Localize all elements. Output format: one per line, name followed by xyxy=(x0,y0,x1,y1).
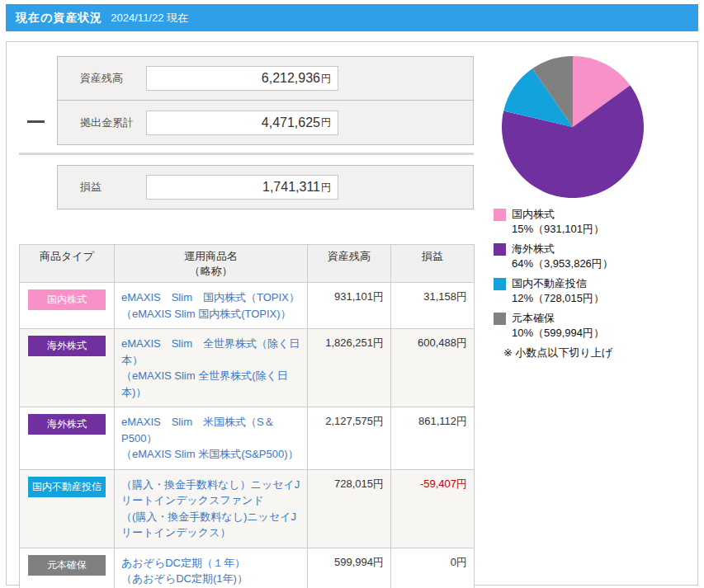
legend-swatch-domestic-equity xyxy=(494,209,506,221)
profit-loss-box: 損益 1,741,311 円 xyxy=(57,165,474,209)
legend-swatch-principal-protected xyxy=(494,313,506,325)
legend-item: 元本確保 10%（599,994円） xyxy=(494,311,692,341)
profit-loss-value: 600,488円 xyxy=(391,329,475,407)
balance-value: 599,994円 xyxy=(308,548,391,588)
product-type-badge: 海外株式 xyxy=(28,414,106,435)
page-title: 現在の資産状況 xyxy=(16,11,102,26)
fund-name-link[interactable]: eMAXIS Slim 国内株式（TOPIX） xyxy=(121,289,300,306)
header-product-name: 運用商品名 （略称） xyxy=(115,245,308,283)
balance-value: 1,826,251円 xyxy=(308,329,391,407)
table-row: 国内株式 eMAXIS Slim 国内株式（TOPIX） （eMAXIS Sli… xyxy=(20,283,475,329)
contribution-total-value: 4,471,625 xyxy=(262,115,320,130)
fund-name-link[interactable]: eMAXIS Slim 全世界株式（除く日本） xyxy=(121,336,300,368)
legend-percent: 10%（599,994円） xyxy=(512,326,692,341)
contribution-total-box: 拠出金累計 4,471,625 円 xyxy=(57,101,474,145)
pie-legend: 国内株式 15%（931,101円） 海外株式 64%（3,953,826円） … xyxy=(494,207,692,360)
legend-swatch-foreign-equity xyxy=(494,243,506,256)
table-row: 海外株式 eMAXIS Slim 全世界株式（除く日本） （eMAXIS Sli… xyxy=(20,329,475,407)
fund-name-link[interactable]: あおぞらDC定期（１年） xyxy=(121,555,300,572)
asset-balance-label: 資産残高 xyxy=(58,71,146,86)
contribution-total-label: 拠出金累計 xyxy=(58,115,146,130)
profit-loss-group: 損益 1,741,311 円 xyxy=(57,165,474,209)
legend-item: 国内不動産投信 12%（728,015円） xyxy=(494,276,692,306)
header-product-name-line1: 運用商品名 xyxy=(116,249,305,264)
allocation-pie-chart xyxy=(494,49,651,205)
profit-loss-value: 1,741,311 xyxy=(262,180,320,195)
fund-alias: （eMAXIS Slim 国内株式(TOPIX)） xyxy=(121,306,300,322)
product-type-badge: 国内株式 xyxy=(28,289,106,310)
header-product-name-line2: （略称） xyxy=(116,264,305,279)
profit-loss-value: 861,112円 xyxy=(391,407,475,470)
fund-alias: （eMAXIS Slim 全世界株式(除く日本)） xyxy=(121,368,300,400)
profit-loss-value: 0円 xyxy=(391,548,475,588)
asset-balance-value: 6,212,936 xyxy=(262,71,320,86)
profit-loss-value: -59,407円 xyxy=(391,469,475,548)
fund-alias: （あおぞらDC定期(1年)） xyxy=(121,571,300,587)
legend-percent: 12%（728,015円） xyxy=(512,291,692,306)
contribution-total-value-field: 4,471,625 円 xyxy=(146,111,338,135)
as-of-date: 2024/11/22 現在 xyxy=(111,11,188,26)
balance-value: 728,015円 xyxy=(308,469,391,548)
legend-swatch-domestic-reit xyxy=(494,278,506,290)
page: 現在の資産状況 2024/11/22 現在 資産残高 6,212,936 円 拠… xyxy=(0,0,704,588)
legend-label: 国内不動産投信 xyxy=(512,276,587,291)
product-type-badge: 元本確保 xyxy=(28,555,106,576)
minus-operator-icon xyxy=(27,120,45,123)
header-product-type: 商品タイプ xyxy=(20,245,115,283)
fund-name-link[interactable]: （購入・換金手数料なし）ニッセイJリートインデックスファンド xyxy=(121,477,300,509)
balance-value: 931,101円 xyxy=(308,283,391,329)
table-row: 海外株式 eMAXIS Slim 米国株式（S＆P500） （eMAXIS Sl… xyxy=(20,407,475,470)
section-header-bar: 現在の資産状況 2024/11/22 現在 xyxy=(6,4,698,31)
equals-divider xyxy=(19,153,474,155)
rounding-note: ※ 小数点以下切り上げ xyxy=(503,346,692,360)
product-type-badge: 海外株式 xyxy=(28,336,106,356)
fund-alias: （eMAXIS Slim 米国株式(S&P500)） xyxy=(121,446,300,463)
header-profit-loss: 損益 xyxy=(391,245,475,283)
legend-label: 元本確保 xyxy=(512,311,555,326)
legend-label: 海外株式 xyxy=(512,242,555,256)
fund-alias: （(購入・換金手数料なし)ニッセイJリートインデックス） xyxy=(121,509,300,541)
pie-chart-svg xyxy=(494,49,651,205)
header-balance: 資産残高 xyxy=(308,245,391,283)
profit-loss-label: 損益 xyxy=(58,180,146,195)
legend-percent: 15%（931,101円） xyxy=(512,222,692,237)
profit-loss-value-field: 1,741,311 円 xyxy=(146,175,338,200)
legend-percent: 64%（3,953,826円） xyxy=(512,256,692,271)
contribution-total-unit: 円 xyxy=(321,115,331,129)
table-row: 元本確保 あおぞらDC定期（１年） （あおぞらDC定期(1年)） 599,994… xyxy=(20,548,475,588)
balance-value: 2,127,575円 xyxy=(308,407,391,470)
asset-balance-box: 資産残高 6,212,936 円 xyxy=(57,56,474,101)
profit-loss-unit: 円 xyxy=(321,181,331,195)
content-panel: 資産残高 6,212,936 円 拠出金累計 4,471,625 円 損益 1,… xyxy=(6,41,698,586)
table-row: 国内不動産投信 （購入・換金手数料なし）ニッセイJリートインデックスファンド （… xyxy=(20,469,475,548)
legend-item: 国内株式 15%（931,101円） xyxy=(494,207,692,237)
profit-loss-value: 31,158円 xyxy=(391,283,475,329)
product-type-badge: 国内不動産投信 xyxy=(28,477,106,497)
table-header-row: 商品タイプ 運用商品名 （略称） 資産残高 損益 xyxy=(20,245,475,283)
asset-balance-unit: 円 xyxy=(321,72,331,86)
summary-top-group: 資産残高 6,212,936 円 拠出金累計 4,471,625 円 xyxy=(57,56,474,145)
legend-label: 国内株式 xyxy=(512,207,555,222)
asset-table: 商品タイプ 運用商品名 （略称） 資産残高 損益 国内株式 eMAXIS Sli… xyxy=(19,244,475,588)
asset-balance-value-field: 6,212,936 円 xyxy=(146,66,338,91)
legend-item: 海外株式 64%（3,953,826円） xyxy=(494,242,692,271)
fund-name-link[interactable]: eMAXIS Slim 米国株式（S＆P500） xyxy=(121,414,300,446)
